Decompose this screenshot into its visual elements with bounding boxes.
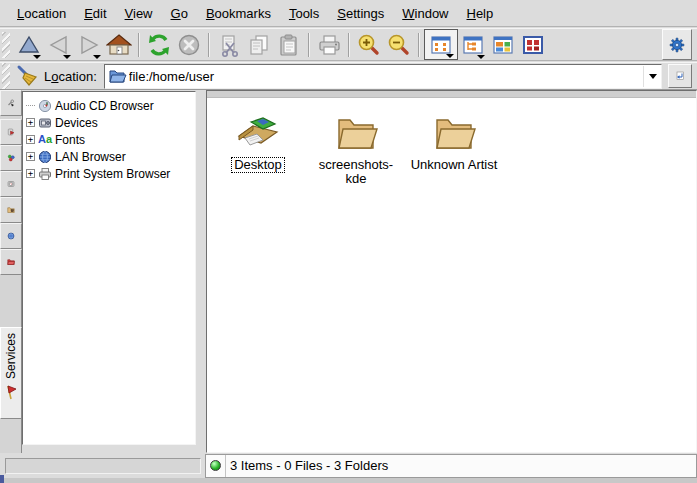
expander-icon[interactable]: +	[26, 169, 35, 178]
stop-icon	[177, 33, 201, 57]
home-icon	[106, 33, 132, 57]
icon-view-button[interactable]	[424, 29, 458, 60]
location-dropdown-button[interactable]	[643, 66, 661, 87]
copy-button[interactable]	[244, 30, 274, 60]
active-view-indicator	[207, 91, 696, 98]
tree-item-audio-cd-browser[interactable]: Audio CD Browser	[23, 97, 195, 114]
folder-icon	[330, 106, 382, 152]
tree-view-button[interactable]	[458, 30, 488, 60]
sidebar-tab-root-folder[interactable]	[0, 249, 22, 275]
zoom-in-icon	[357, 33, 381, 57]
konqueror-gear-button[interactable]	[662, 29, 692, 60]
file-item-label: Unknown Artist	[409, 158, 500, 172]
up-button[interactable]	[14, 30, 44, 60]
sidebar-tab-home-folder[interactable]	[0, 197, 22, 223]
main-toolbar	[0, 28, 697, 61]
gear-icon	[669, 33, 685, 57]
tree-item-fonts[interactable]: + Aa Fonts	[23, 131, 195, 148]
sidebar-tab-history[interactable]	[0, 171, 22, 197]
zoom-in-button[interactable]	[354, 30, 384, 60]
toolbar-separator	[208, 33, 210, 57]
dropdown-arrow-icon	[477, 55, 485, 59]
menu-view[interactable]: View	[116, 2, 162, 25]
reload-button[interactable]	[144, 30, 174, 60]
menu-window[interactable]: Window	[393, 2, 457, 25]
open-folder-icon	[108, 68, 127, 85]
zoom-out-icon	[387, 33, 411, 57]
toolbar-separator	[348, 33, 350, 57]
sidebar-tab-applications[interactable]	[0, 145, 22, 171]
file-item-desktop[interactable]: Desktop	[209, 106, 307, 172]
broom-icon	[15, 64, 39, 88]
stop-button[interactable]	[174, 30, 204, 60]
location-combobox[interactable]	[104, 64, 662, 89]
expander-icon[interactable]: +	[26, 135, 35, 144]
sidebar-strip-fill	[0, 419, 22, 453]
photobook-view-icon	[522, 34, 544, 56]
paste-icon	[277, 33, 301, 57]
sidebar-tab-services-active[interactable]: Services	[0, 327, 22, 419]
wrench-configure-icon	[7, 95, 15, 111]
menu-location[interactable]: Location	[8, 2, 75, 25]
photobook-view-button[interactable]	[518, 30, 548, 60]
cut-icon	[217, 33, 241, 57]
folder-icon	[428, 106, 480, 152]
file-item-screenshots-kde[interactable]: screenshots-kde	[307, 106, 405, 186]
menu-tools[interactable]: Tools	[280, 2, 328, 25]
clear-location-button[interactable]	[14, 63, 40, 89]
file-item-label: screenshots-kde	[309, 158, 403, 186]
print-button[interactable]	[314, 30, 344, 60]
sidebar-strip-gap	[0, 275, 22, 327]
expander-icon[interactable]: +	[26, 118, 35, 127]
toolbar-separator	[308, 33, 310, 57]
zoom-out-button[interactable]	[384, 30, 414, 60]
forward-button[interactable]	[74, 30, 104, 60]
copy-icon	[247, 33, 271, 57]
multicolumn-view-button[interactable]	[488, 30, 518, 60]
root-folder-icon	[7, 254, 15, 270]
menu-bookmarks[interactable]: Bookmarks	[197, 2, 280, 25]
dropdown-arrow-icon	[93, 55, 101, 59]
toolbar-separator	[418, 33, 420, 57]
red-flag-icon	[4, 384, 18, 400]
sidebar-tab-network[interactable]	[0, 223, 22, 249]
panel-splitter[interactable]	[196, 90, 206, 453]
menu-help[interactable]: Help	[458, 2, 503, 25]
expander-icon[interactable]: +	[26, 152, 35, 161]
menu-settings[interactable]: Settings	[328, 2, 393, 25]
file-item-unknown-artist[interactable]: Unknown Artist	[405, 106, 503, 172]
menu-bar: Location Edit View Go Bookmarks Tools Se…	[0, 0, 697, 27]
location-input[interactable]	[127, 69, 643, 84]
desktop-folder-icon	[232, 106, 284, 152]
network-globe-icon	[7, 228, 15, 244]
home-button[interactable]	[104, 30, 134, 60]
main-area: Services Audio	[0, 90, 697, 453]
colored-balls-icon	[7, 150, 15, 166]
location-toolbar-drag-handle[interactable]	[2, 63, 10, 89]
status-text: 3 Items - 0 Files - 3 Folders	[230, 458, 388, 473]
back-button[interactable]	[44, 30, 74, 60]
forward-arrow-icon	[77, 33, 101, 57]
sidebar-configure-button[interactable]	[0, 90, 22, 116]
menu-go[interactable]: Go	[162, 2, 197, 25]
tree-item-devices[interactable]: + Devices	[23, 114, 195, 131]
menu-edit[interactable]: Edit	[75, 2, 115, 25]
tree-item-print-system-browser[interactable]: + Print System Browser	[23, 165, 195, 182]
services-tab-label: Services	[4, 333, 18, 379]
sidebar-tab-bookmarks[interactable]	[0, 119, 22, 145]
folder-icon-view[interactable]: Desktop screenshots-kde	[206, 90, 697, 453]
tree-item-lan-browser[interactable]: + LAN Browser	[23, 148, 195, 165]
go-button[interactable]	[668, 64, 692, 88]
tree-item-label: Devices	[55, 116, 98, 130]
tree-view-icon	[462, 34, 484, 56]
window-bottom-edge	[0, 478, 697, 483]
fonts-icon: Aa	[37, 133, 53, 147]
cut-button[interactable]	[214, 30, 244, 60]
status-bar: 3 Items - 0 Files - 3 Folders	[205, 454, 697, 478]
status-row: 3 Items - 0 Files - 3 Folders	[0, 453, 697, 478]
file-item-label: Desktop	[232, 158, 284, 172]
icons-area: Desktop screenshots-kde	[207, 98, 696, 194]
paste-button[interactable]	[274, 30, 304, 60]
back-arrow-icon	[47, 33, 71, 57]
toolbar-drag-handle[interactable]	[2, 32, 10, 58]
